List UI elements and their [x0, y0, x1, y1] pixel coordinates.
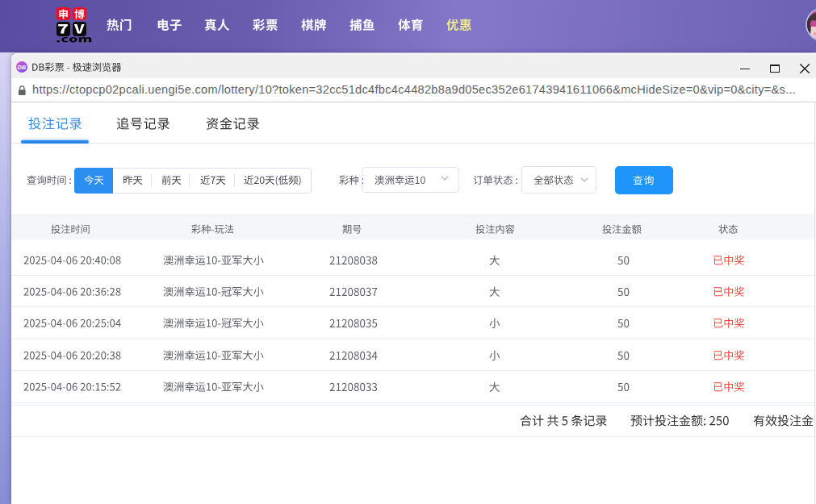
- svg-text:DB: DB: [18, 63, 26, 70]
